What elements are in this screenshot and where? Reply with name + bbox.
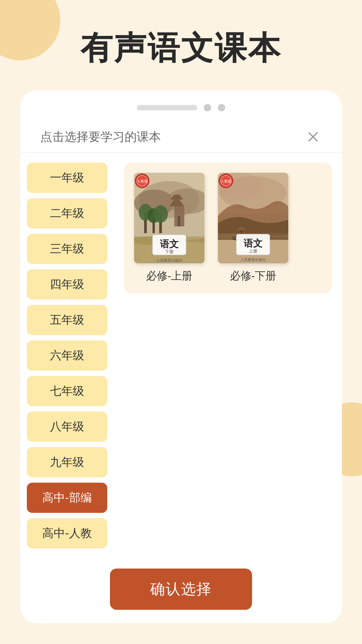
grade-button-grade3[interactable]: 三年级	[27, 234, 107, 264]
grade-button-grade4[interactable]: 四年级	[27, 269, 107, 300]
grade-button-grade9[interactable]: 九年级	[27, 447, 107, 477]
grade-button-grade2[interactable]: 二年级	[27, 198, 107, 228]
svg-text:下册: 下册	[165, 249, 174, 254]
svg-rect-16	[178, 216, 180, 226]
svg-text:人教版: 人教版	[137, 179, 148, 183]
book-cover-1: 语文 下册 人教版 人民教育出版社	[134, 173, 204, 263]
grade-button-grade-high-bu[interactable]: 高中-部编	[27, 483, 107, 513]
indicator-dot-2	[218, 104, 225, 111]
grade-sidebar: 一年级 二年级 三年级 四年级 五年级 六年级 七年级 八年级 九年级 高中-部…	[20, 153, 114, 558]
grade-button-grade7[interactable]: 七年级	[27, 376, 107, 406]
card-indicators	[20, 104, 342, 121]
book-title-2: 必修-下册	[230, 269, 277, 283]
subtitle-row: 点击选择要学习的课本	[20, 121, 342, 153]
svg-text:人民教育出版社: 人民教育出版社	[157, 258, 182, 262]
right-panel: 语文 下册 人教版 人民教育出版社 必修-上册	[114, 153, 342, 558]
confirm-button-wrap: 确认选择	[20, 558, 342, 623]
svg-point-12	[153, 205, 168, 223]
grade-button-grade5[interactable]: 五年级	[27, 305, 107, 335]
book-cover-art-1: 语文 下册 人教版 人民教育出版社	[134, 173, 204, 263]
svg-text:语文: 语文	[244, 238, 262, 249]
svg-text:人民教育出版社: 人民教育出版社	[240, 258, 266, 262]
grade-button-grade-high-ren[interactable]: 高中-人教	[27, 518, 107, 548]
grade-button-grade6[interactable]: 六年级	[27, 340, 107, 371]
svg-text:上册: 上册	[249, 249, 257, 254]
indicator-dot-1	[204, 104, 211, 111]
book-item-1[interactable]: 语文 下册 人教版 人民教育出版社 必修-上册	[134, 173, 204, 283]
close-icon	[306, 130, 320, 144]
books-grid: 语文 下册 人教版 人民教育出版社 必修-上册	[124, 163, 332, 293]
main-card: 点击选择要学习的课本 一年级 二年级 三年级 四年级 五年级 六年级 七年级 八…	[20, 91, 342, 623]
book-cover-2: 语文 上册 人教版 人民教育出版社	[218, 173, 288, 263]
content-area: 一年级 二年级 三年级 四年级 五年级 六年级 七年级 八年级 九年级 高中-部…	[20, 153, 342, 558]
book-item-2[interactable]: 语文 上册 人教版 人民教育出版社 必修-下册	[218, 173, 288, 283]
grade-button-grade1[interactable]: 一年级	[27, 163, 107, 193]
svg-text:人教版: 人教版	[221, 179, 232, 183]
page-title: 有声语文课本	[0, 0, 362, 91]
confirm-button[interactable]: 确认选择	[110, 569, 252, 610]
close-button[interactable]	[304, 128, 322, 146]
book-cover-art-2: 语文 上册 人教版 人民教育出版社	[218, 173, 288, 263]
grade-button-grade8[interactable]: 八年级	[27, 412, 107, 442]
subtitle-text: 点击选择要学习的课本	[40, 129, 161, 145]
indicator-bar	[137, 105, 197, 110]
book-title-1: 必修-上册	[146, 269, 193, 283]
svg-text:语文: 语文	[160, 239, 179, 249]
